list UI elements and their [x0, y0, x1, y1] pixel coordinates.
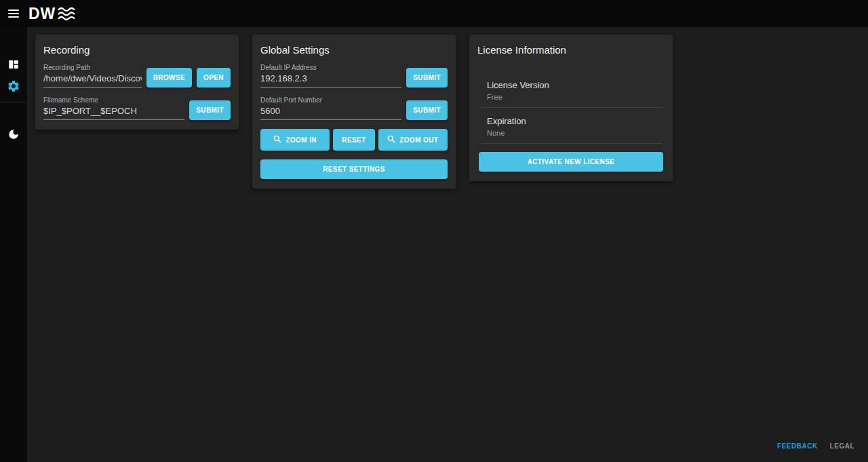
dark-mode-toggle[interactable] — [0, 124, 27, 146]
zoom-out-label: ZOOM OUT — [399, 136, 438, 144]
recording-path-label: Recording Path — [43, 64, 142, 71]
port-submit-button[interactable]: SUBMIT — [406, 100, 448, 120]
license-divider — [479, 107, 663, 108]
recording-path-field: Recording Path — [43, 64, 142, 88]
recording-path-input[interactable] — [43, 72, 142, 88]
recording-card-title: Recording — [43, 44, 231, 56]
filename-scheme-row: Filename Scheme SUBMIT — [43, 96, 231, 120]
default-port-field: Default Port Number — [260, 96, 401, 120]
license-expiration-item: Expiration None — [479, 116, 663, 137]
menu-icon[interactable] — [0, 0, 27, 27]
default-port-input[interactable] — [260, 104, 401, 120]
global-settings-card-title: Global Settings — [260, 44, 448, 56]
default-ip-row: Default IP Address SUBMIT — [260, 64, 448, 88]
sidebar — [0, 27, 27, 462]
dashboard-icon — [7, 58, 20, 73]
filename-submit-button[interactable]: SUBMIT — [189, 100, 231, 120]
license-version-value: Free — [487, 93, 663, 101]
default-port-label: Default Port Number — [260, 96, 401, 104]
dwe-logo[interactable]: DW — [28, 5, 76, 23]
filename-scheme-field: Filename Scheme — [43, 96, 184, 120]
default-ip-label: Default IP Address — [260, 64, 401, 71]
license-card: License Information License Version Free… — [469, 35, 673, 181]
zoom-in-label: ZOOM IN — [285, 136, 317, 144]
magnifier-icon — [387, 135, 395, 145]
zoom-controls-row: ZOOM IN RESET ZOOM OUT — [260, 129, 448, 151]
footer-links: FEEDBACK LEGAL — [777, 442, 854, 450]
recording-card: Recording Recording Path BROWSE OPEN Fil… — [35, 35, 239, 130]
waves-icon — [58, 6, 76, 22]
cards-row: Recording Recording Path BROWSE OPEN Fil… — [35, 35, 673, 189]
sidebar-divider — [0, 102, 27, 102]
reset-settings-button[interactable]: RESET SETTINGS — [260, 159, 448, 179]
feedback-link[interactable]: FEEDBACK — [777, 442, 818, 450]
browse-button[interactable]: BROWSE — [146, 68, 192, 88]
license-divider — [479, 143, 663, 144]
activate-license-button[interactable]: ACTIVATE NEW LICENSE — [479, 152, 663, 172]
magnifier-icon — [273, 135, 281, 145]
logo-text: DW — [28, 5, 56, 23]
expiration-value: None — [487, 129, 663, 137]
default-ip-input[interactable] — [260, 72, 401, 88]
default-port-row: Default Port Number SUBMIT — [260, 96, 448, 120]
open-button[interactable]: OPEN — [197, 68, 231, 88]
default-ip-field: Default IP Address — [260, 64, 401, 88]
gear-icon — [7, 79, 20, 95]
license-version-label: License Version — [487, 80, 663, 90]
recording-path-row: Recording Path BROWSE OPEN — [43, 64, 231, 88]
topbar: DW — [0, 0, 868, 27]
zoom-in-button[interactable]: ZOOM IN — [260, 129, 330, 151]
ip-submit-button[interactable]: SUBMIT — [406, 68, 448, 88]
license-body: License Version Free Expiration None ACT… — [477, 64, 665, 172]
reset-button[interactable]: RESET — [333, 129, 374, 151]
sidebar-item-dashboard[interactable] — [0, 54, 27, 76]
zoom-out-button[interactable]: ZOOM OUT — [378, 129, 448, 151]
license-card-title: License Information — [477, 44, 665, 56]
legal-link[interactable]: LEGAL — [830, 442, 854, 450]
moon-icon — [7, 128, 20, 142]
filename-scheme-input[interactable] — [43, 104, 184, 120]
main-content: Recording Recording Path BROWSE OPEN Fil… — [27, 27, 868, 462]
sidebar-item-settings[interactable] — [0, 76, 27, 98]
global-settings-card: Global Settings Default IP Address SUBMI… — [252, 35, 456, 189]
expiration-label: Expiration — [487, 116, 663, 126]
filename-scheme-label: Filename Scheme — [43, 96, 184, 104]
license-version-item: License Version Free — [479, 80, 663, 101]
